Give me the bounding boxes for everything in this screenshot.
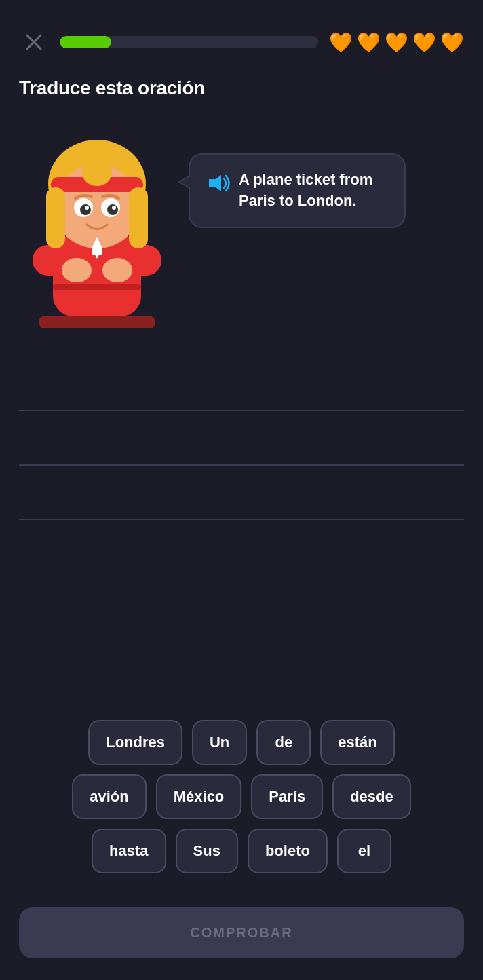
- character-area: A plane ticket from Paris to London.: [0, 99, 483, 350]
- svg-rect-14: [129, 187, 148, 248]
- word-chip-sus[interactable]: Sus: [176, 829, 238, 873]
- word-chip-paris[interactable]: París: [251, 774, 323, 819]
- answer-line-3: [19, 466, 464, 520]
- word-row-2: avión México París desde: [14, 774, 469, 819]
- svg-point-19: [107, 204, 118, 215]
- word-row-3: hasta Sus boleto el: [14, 829, 469, 873]
- heart-4: 🧡: [412, 31, 436, 54]
- word-bank: Londres Un de están avión México París d…: [0, 706, 483, 897]
- word-chip-boleto[interactable]: boleto: [248, 829, 328, 873]
- word-chip-un[interactable]: Un: [192, 720, 247, 765]
- page-title: Traduce esta oración: [0, 71, 483, 99]
- svg-point-15: [82, 159, 112, 186]
- progress-fill: [60, 36, 111, 48]
- header: 🧡 🧡 🧡 🧡 🧡: [0, 0, 483, 71]
- word-chip-londres[interactable]: Londres: [88, 720, 182, 765]
- word-chip-hasta[interactable]: hasta: [92, 829, 166, 873]
- word-row-1: Londres Un de están: [14, 720, 469, 765]
- sound-icon: [206, 171, 231, 195]
- word-chip-de[interactable]: de: [256, 720, 311, 765]
- heart-5: 🧡: [440, 31, 464, 54]
- word-chip-avion[interactable]: avión: [72, 774, 146, 819]
- close-icon: [24, 33, 43, 52]
- hearts-container: 🧡 🧡 🧡 🧡 🧡: [329, 31, 464, 54]
- svg-point-6: [62, 258, 92, 282]
- answer-line-2: [19, 411, 464, 466]
- progress-bar: [60, 36, 318, 48]
- svg-rect-2: [39, 316, 155, 328]
- bubble-text: A plane ticket from Paris to London.: [239, 170, 388, 212]
- word-chip-el[interactable]: el: [337, 829, 391, 873]
- check-button[interactable]: COMPROBAR: [19, 907, 464, 958]
- word-chip-mexico[interactable]: México: [156, 774, 242, 819]
- heart-3: 🧡: [385, 31, 408, 54]
- character-figure: [19, 113, 175, 343]
- svg-point-20: [85, 206, 89, 210]
- close-button[interactable]: [19, 27, 49, 57]
- svg-rect-13: [46, 187, 65, 248]
- screen: 🧡 🧡 🧡 🧡 🧡 Traduce esta oración: [0, 0, 483, 980]
- check-btn-wrapper: COMPROBAR: [0, 897, 483, 980]
- answer-line-1: [19, 357, 464, 411]
- bubble-content: A plane ticket from Paris to London.: [206, 170, 388, 212]
- character-svg: [19, 113, 175, 343]
- answer-area: [0, 350, 483, 706]
- svg-point-7: [102, 258, 132, 282]
- word-chip-estan[interactable]: están: [320, 720, 394, 765]
- svg-rect-23: [92, 248, 102, 255]
- heart-2: 🧡: [357, 31, 381, 54]
- speech-bubble[interactable]: A plane ticket from Paris to London.: [189, 153, 406, 228]
- svg-point-21: [112, 206, 116, 210]
- svg-rect-24: [53, 284, 141, 290]
- heart-1: 🧡: [329, 31, 353, 54]
- svg-point-18: [80, 204, 91, 215]
- word-chip-desde[interactable]: desde: [332, 774, 411, 819]
- svg-marker-25: [209, 175, 221, 191]
